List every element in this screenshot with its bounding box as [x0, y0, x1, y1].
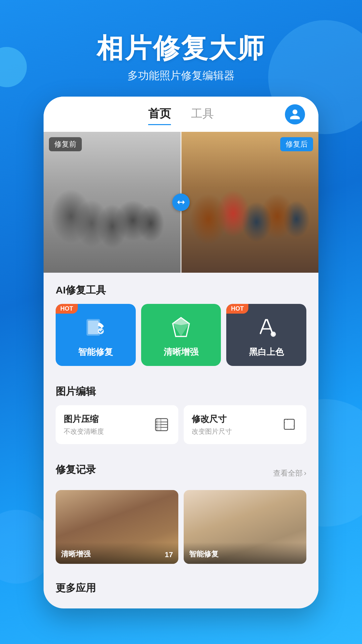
photo-before-image [44, 132, 181, 273]
repair-records-title: 修复记录 [56, 463, 96, 477]
svg-point-2 [98, 328, 104, 334]
colorize-label: 黑白上色 [249, 346, 284, 358]
compress-subtitle: 不改变清晰度 [64, 427, 104, 436]
resize-title: 修改尺寸 [192, 413, 232, 425]
resize-subtitle: 改变图片尺寸 [192, 427, 232, 436]
colorize-icon [253, 314, 280, 341]
smart-repair-icon [82, 314, 109, 341]
clarity-icon [168, 314, 194, 341]
compress-title: 图片压缩 [64, 413, 104, 425]
app-subtitle: 多功能照片修复编辑器 [0, 68, 362, 83]
repair-records-section: 修复记录 查看全部 › 清晰增强 17 智能修复 [44, 452, 318, 564]
chevron-right-icon: › [304, 469, 306, 478]
resize-icon [281, 416, 298, 433]
badge-after: 修复后 [280, 137, 313, 151]
tab-tools[interactable]: 工具 [191, 106, 214, 125]
arrows-left-right-icon [176, 197, 186, 207]
repair-card-1[interactable]: 清晰增强 17 [56, 490, 178, 564]
edit-card-compress[interactable]: 图片压缩 不改变清晰度 [56, 405, 178, 444]
resize-text: 修改尺寸 改变图片尺寸 [192, 413, 232, 436]
badge-before: 修复前 [49, 137, 82, 151]
repair-card-2[interactable]: 智能修复 [184, 490, 306, 564]
repair-card-2-label-bar: 智能修复 [184, 542, 306, 564]
compress-icon-svg [154, 417, 169, 432]
svg-rect-12 [157, 419, 161, 431]
repair-card-1-name: 清晰增强 [61, 549, 90, 559]
compare-handle[interactable] [172, 194, 190, 211]
repair-icon-svg [83, 315, 108, 339]
compress-text: 图片压缩 不改变清晰度 [64, 413, 104, 436]
repair-card-1-count: 17 [165, 550, 173, 559]
photo-after-image [181, 132, 318, 273]
smart-repair-label: 智能修复 [78, 346, 113, 358]
view-all-button[interactable]: 查看全部 › [273, 468, 306, 478]
tool-card-smart-repair[interactable]: HOT 智能修复 [56, 304, 136, 366]
app-title: 相片修复大师 [0, 34, 362, 63]
nav-tabs: 首页 工具 [148, 106, 214, 125]
hot-badge-colorize: HOT [226, 304, 248, 314]
phone-mockup: 首页 工具 修复前 修复后 AI修复工具 HOT [44, 97, 318, 608]
tool-card-colorize[interactable]: HOT 黑白上色 [226, 304, 306, 366]
edit-cards-grid: 图片压缩 不改变清晰度 修改尺寸 改变图片尺寸 [56, 405, 306, 444]
tool-card-clarity[interactable]: 清晰增强 [141, 304, 221, 366]
repair-header: 修复记录 查看全部 › [56, 463, 306, 483]
clarity-label: 清晰增强 [164, 346, 198, 358]
ai-tools-title: AI修复工具 [56, 283, 306, 297]
compress-icon [153, 416, 170, 433]
edit-card-resize[interactable]: 修改尺寸 改变图片尺寸 [184, 405, 306, 444]
repair-card-2-name: 智能修复 [189, 549, 219, 559]
hot-badge-smart-repair: HOT [56, 304, 78, 314]
more-apps-title: 更多应用 [56, 581, 306, 595]
ai-tools-grid: HOT 智能修复 [56, 304, 306, 366]
diamond-icon-svg [169, 315, 193, 339]
avatar-button[interactable] [285, 104, 305, 124]
tab-home[interactable]: 首页 [148, 106, 171, 125]
svg-rect-1 [88, 321, 99, 334]
paint-icon-svg [254, 315, 279, 339]
photo-after [181, 132, 318, 273]
ai-tools-section: AI修复工具 HOT 智能修复 [44, 273, 318, 366]
view-all-label: 查看全部 [273, 468, 303, 478]
header-section: 相片修复大师 多功能照片修复编辑器 [0, 0, 362, 97]
nav-bar: 首页 工具 [44, 97, 318, 132]
repair-grid: 清晰增强 17 智能修复 [56, 490, 306, 564]
image-editing-title: 图片编辑 [56, 385, 306, 398]
photo-compare-section: 修复前 修复后 [44, 132, 318, 273]
svg-rect-13 [284, 419, 294, 429]
resize-icon-svg [282, 417, 297, 432]
more-apps-section: 更多应用 [44, 572, 318, 595]
repair-card-1-label-bar: 清晰增强 17 [56, 542, 178, 564]
photo-before [44, 132, 181, 273]
image-editing-section: 图片编辑 图片压缩 不改变清晰度 [44, 374, 318, 444]
user-icon [289, 108, 301, 120]
svg-point-7 [272, 333, 275, 335]
